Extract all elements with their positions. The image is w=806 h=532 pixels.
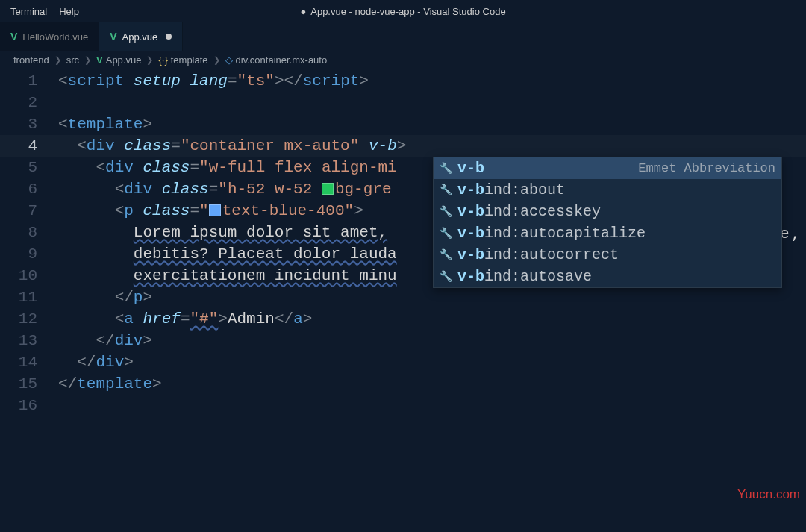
tab-app[interactable]: V App.vue: [99, 22, 183, 51]
breadcrumb: frontend ❯ src ❯ V App.vue ❯ {·} templat…: [0, 51, 806, 69]
wrench-icon: 🔧: [440, 227, 453, 240]
line-number: 16: [0, 395, 58, 416]
vue-file-icon: V: [96, 54, 103, 66]
dirty-indicator-icon: [166, 34, 172, 40]
chevron-right-icon: ❯: [146, 55, 153, 65]
chevron-right-icon: ❯: [54, 55, 61, 65]
crumb-template[interactable]: template: [171, 54, 208, 66]
line-number: 8: [0, 222, 58, 243]
menubar: Terminal Help ●App.vue - node-vue-app - …: [0, 0, 806, 22]
crumb-frontend[interactable]: frontend: [13, 54, 49, 66]
vue-file-icon: V: [110, 31, 116, 43]
window-title: ●App.vue - node-vue-app - Visual Studio …: [300, 6, 505, 17]
crumb-element[interactable]: div.container.mx-auto: [236, 54, 328, 66]
vue-file-icon: V: [10, 31, 17, 43]
crumb-file[interactable]: App.vue: [106, 54, 142, 66]
suggestion-item[interactable]: 🔧 v-b Emmet Abbreviation: [434, 157, 781, 179]
chevron-right-icon: ❯: [84, 55, 91, 65]
wrench-icon: 🔧: [440, 205, 453, 218]
tab-helloworld[interactable]: V HelloWorld.vue: [0, 22, 99, 51]
menu-terminal[interactable]: Terminal: [4, 3, 53, 20]
line-number: 13: [0, 330, 58, 351]
wrench-icon: 🔧: [440, 270, 453, 283]
menu-help[interactable]: Help: [53, 3, 85, 20]
wrench-icon: 🔧: [440, 248, 453, 261]
line-number: 4: [0, 135, 58, 157]
color-swatch-icon: [209, 204, 221, 216]
tab-label: App.vue: [122, 31, 158, 43]
chevron-right-icon: ❯: [213, 55, 220, 65]
line-number: 14: [0, 351, 58, 373]
element-icon: ◇: [225, 54, 233, 66]
tab-bar: V HelloWorld.vue V App.vue: [0, 22, 806, 51]
watermark: Yuucn.com: [737, 487, 800, 502]
braces-icon: {·}: [158, 54, 167, 66]
line-number: 12: [0, 308, 58, 330]
line-number: 2: [0, 92, 58, 113]
line-number: 3: [0, 113, 58, 135]
suggestion-item[interactable]: 🔧 v-bind:autosave: [434, 266, 781, 287]
wrench-icon: 🔧: [440, 184, 453, 196]
title-text: App.vue - node-vue-app - Visual Studio C…: [310, 6, 505, 17]
line-number: 15: [0, 373, 58, 395]
suggestion-widget: 🔧 v-b Emmet Abbreviation 🔧 v-bind:about …: [433, 157, 782, 288]
suggestion-detail: Emmet Abbreviation: [638, 161, 775, 175]
line-number: 5: [0, 157, 58, 178]
tab-label: HelloWorld.vue: [22, 31, 88, 43]
modified-dot-icon: ●: [300, 6, 306, 17]
crumb-src[interactable]: src: [66, 54, 79, 66]
code-fragment: ,: [791, 225, 801, 242]
line-number: 7: [0, 200, 58, 222]
line-number: 10: [0, 265, 58, 287]
suggestion-item[interactable]: 🔧 v-bind:accesskey: [434, 201, 781, 222]
wrench-icon: 🔧: [440, 162, 453, 175]
suggestion-item[interactable]: 🔧 v-bind:autocorrect: [434, 244, 781, 266]
line-number: 9: [0, 243, 58, 265]
line-number: 1: [0, 70, 58, 92]
suggestion-item[interactable]: 🔧 v-bind:about: [434, 179, 781, 201]
color-swatch-icon: [322, 183, 334, 195]
suggestion-item[interactable]: 🔧 v-bind:autocapitalize: [434, 222, 781, 244]
line-number: 6: [0, 178, 58, 200]
line-number: 11: [0, 287, 58, 308]
